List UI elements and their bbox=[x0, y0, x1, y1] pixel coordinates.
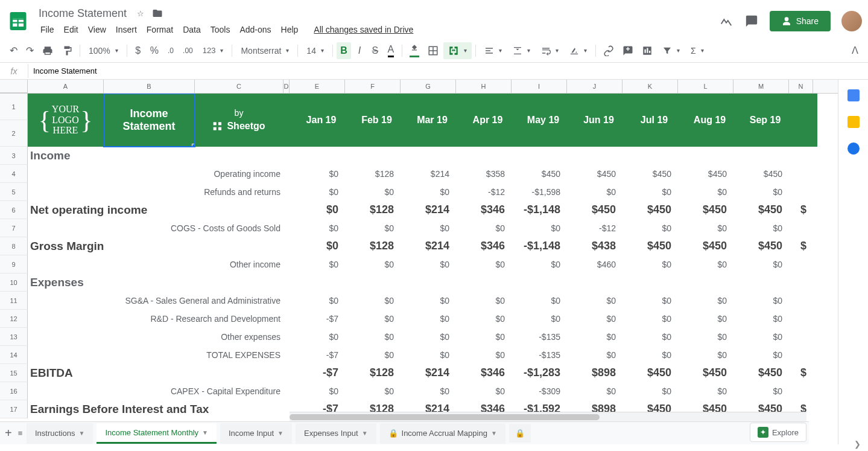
data-cell[interactable]: $0 bbox=[290, 382, 345, 400]
functions-icon[interactable]: Σ bbox=[686, 42, 709, 59]
data-cell[interactable]: $0 bbox=[622, 328, 678, 346]
data-cell[interactable]: -$7 bbox=[290, 346, 345, 364]
data-cell[interactable]: $346 bbox=[456, 201, 512, 219]
data-cell[interactable]: $214 bbox=[401, 165, 456, 183]
data-cell-overflow[interactable] bbox=[789, 255, 813, 273]
data-cell[interactable]: -$1,148 bbox=[512, 201, 567, 219]
data-cell[interactable] bbox=[512, 147, 567, 165]
row-label[interactable]: Gross Margin bbox=[28, 237, 290, 255]
star-icon[interactable]: ☆ bbox=[135, 8, 146, 19]
data-cell[interactable]: $0 bbox=[622, 382, 678, 400]
text-color-button[interactable]: A bbox=[384, 42, 398, 59]
data-cell[interactable]: $0 bbox=[345, 183, 401, 201]
data-cell[interactable] bbox=[456, 147, 512, 165]
data-cell[interactable]: $0 bbox=[290, 292, 345, 310]
undo-icon[interactable]: ↶ bbox=[6, 42, 21, 59]
row-label[interactable]: R&D - Research and Development bbox=[28, 310, 290, 328]
data-cell[interactable]: $0 bbox=[345, 255, 401, 273]
data-cell[interactable]: $0 bbox=[733, 328, 789, 346]
data-cell-overflow[interactable] bbox=[789, 273, 813, 292]
data-cell-overflow[interactable] bbox=[789, 328, 813, 346]
data-cell[interactable]: -$7 bbox=[290, 364, 345, 382]
data-cell[interactable]: -$1,148 bbox=[512, 237, 567, 255]
row-header-2[interactable]: 2 bbox=[0, 120, 28, 147]
save-status[interactable]: All changes saved in Drive bbox=[309, 22, 417, 37]
data-cell[interactable] bbox=[567, 147, 622, 165]
select-all-corner[interactable] bbox=[0, 80, 28, 93]
menu-insert[interactable]: Insert bbox=[112, 22, 141, 37]
row-label[interactable]: Operating income bbox=[28, 165, 290, 183]
data-cell[interactable]: $0 bbox=[567, 328, 622, 346]
data-cell[interactable]: $0 bbox=[456, 255, 512, 273]
data-cell[interactable]: $128 bbox=[345, 165, 401, 183]
sheet-tab[interactable]: Instructions▼ bbox=[27, 423, 93, 444]
col-header-L[interactable]: L bbox=[678, 80, 733, 93]
cell-income-statement-title[interactable]: Income Statement bbox=[104, 94, 195, 147]
sheet-tab[interactable]: Expenses Input▼ bbox=[296, 423, 376, 444]
rotate-button[interactable] bbox=[565, 42, 592, 59]
data-cell[interactable] bbox=[345, 147, 401, 165]
cell-D-header[interactable] bbox=[284, 94, 294, 147]
data-cell[interactable]: $0 bbox=[345, 346, 401, 364]
more-formats-dropdown[interactable]: 123 bbox=[198, 43, 229, 57]
font-dropdown[interactable]: Montserrat bbox=[236, 43, 294, 58]
data-cell[interactable]: $0 bbox=[401, 310, 456, 328]
data-cell[interactable]: $0 bbox=[733, 255, 789, 273]
data-cell[interactable]: $0 bbox=[733, 219, 789, 237]
font-size-dropdown[interactable]: 14 bbox=[302, 43, 329, 58]
data-cell[interactable] bbox=[678, 147, 733, 165]
data-cell[interactable] bbox=[622, 147, 678, 165]
data-cell-overflow[interactable] bbox=[789, 183, 813, 201]
data-cell[interactable]: $0 bbox=[290, 201, 345, 219]
data-cell[interactable]: $450 bbox=[733, 364, 789, 382]
all-sheets-icon[interactable]: ≡ bbox=[18, 429, 23, 438]
data-cell[interactable]: -$7 bbox=[290, 310, 345, 328]
doc-title[interactable]: Income Statement bbox=[36, 6, 129, 21]
row-header-12[interactable]: 12 bbox=[0, 310, 28, 328]
merge-cells-button[interactable] bbox=[443, 42, 472, 59]
row-header-11[interactable]: 11 bbox=[0, 292, 28, 310]
row-header-6[interactable]: 6 bbox=[0, 201, 28, 219]
data-cell[interactable]: $0 bbox=[567, 183, 622, 201]
cell-logo-here[interactable]: { YOURLOGOHERE } bbox=[28, 94, 104, 147]
data-cell[interactable]: $0 bbox=[733, 310, 789, 328]
collapse-toolbar-icon[interactable]: ᐱ bbox=[847, 42, 862, 59]
keep-addon-icon[interactable] bbox=[847, 116, 860, 128]
horizontal-scrollbar[interactable] bbox=[290, 412, 806, 421]
col-header-K[interactable]: K bbox=[622, 80, 678, 93]
col-header-J[interactable]: J bbox=[567, 80, 622, 93]
menu-file[interactable]: File bbox=[36, 22, 59, 37]
data-cell[interactable]: $460 bbox=[567, 255, 622, 273]
data-cell[interactable]: $214 bbox=[401, 237, 456, 255]
col-header-B[interactable]: B bbox=[104, 80, 195, 93]
bold-button[interactable]: B bbox=[337, 42, 351, 59]
data-cell[interactable]: $0 bbox=[622, 292, 678, 310]
data-cell[interactable] bbox=[733, 273, 789, 292]
cell-month-mar[interactable]: Mar 19 bbox=[405, 94, 460, 147]
row-header-4[interactable]: 4 bbox=[0, 165, 28, 183]
data-cell[interactable]: $0 bbox=[567, 292, 622, 310]
italic-button[interactable]: I bbox=[352, 42, 367, 59]
col-header-I[interactable]: I bbox=[512, 80, 567, 93]
data-cell[interactable]: $450 bbox=[622, 364, 678, 382]
data-cell[interactable]: $0 bbox=[678, 255, 733, 273]
data-cell[interactable]: $450 bbox=[622, 201, 678, 219]
row-label[interactable]: TOTAL EXPENSES bbox=[28, 346, 290, 364]
insert-comment-icon[interactable] bbox=[619, 42, 637, 59]
row-header-15[interactable]: 15 bbox=[0, 364, 28, 382]
data-cell[interactable]: $0 bbox=[456, 382, 512, 400]
activity-icon[interactable] bbox=[719, 14, 733, 28]
borders-button[interactable] bbox=[424, 42, 442, 59]
menu-data[interactable]: Data bbox=[179, 22, 205, 37]
data-cell[interactable]: $0 bbox=[678, 328, 733, 346]
fill-color-button[interactable] bbox=[406, 42, 423, 59]
data-cell[interactable]: -$135 bbox=[512, 346, 567, 364]
calendar-addon-icon[interactable] bbox=[847, 89, 860, 101]
menu-edit[interactable]: Edit bbox=[60, 22, 83, 37]
row-header-9[interactable]: 9 bbox=[0, 255, 28, 273]
data-cell[interactable]: $0 bbox=[512, 219, 567, 237]
data-cell-overflow[interactable] bbox=[789, 292, 813, 310]
data-cell[interactable]: $0 bbox=[290, 328, 345, 346]
menu-format[interactable]: Format bbox=[142, 22, 177, 37]
data-cell[interactable]: $128 bbox=[345, 237, 401, 255]
